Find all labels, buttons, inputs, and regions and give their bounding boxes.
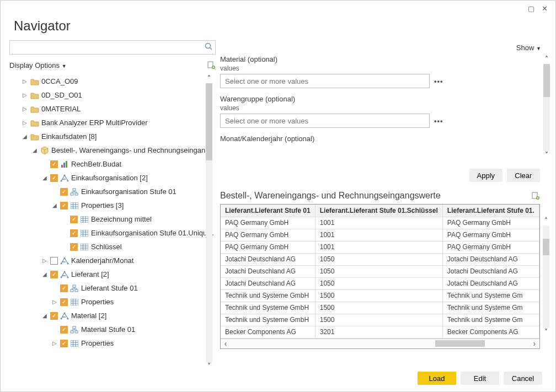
tree-item[interactable]: ▷Kalenderjahr/Monat [9, 254, 216, 267]
tree-item[interactable]: ▷✓Properties [9, 336, 216, 350]
maximize-button[interactable]: ▢ [525, 3, 538, 14]
tree-item[interactable]: ◢✓Einkaufsorganisation [2] [9, 171, 216, 185]
tree-item[interactable]: ▷0D_SD_O01 [9, 88, 216, 102]
tree-view[interactable]: ▷0CCA_O09▷0D_SD_O01▷0MATERIAL▷Bank Analy… [9, 74, 216, 371]
filter-values-input[interactable] [220, 74, 430, 88]
tree-item[interactable]: ▷Bank Analyzer ERP MultiProvider [9, 116, 216, 130]
checkbox[interactable]: ✓ [70, 229, 78, 237]
tree-item[interactable]: ◢✓Properties [3] [9, 198, 216, 212]
expand-toggle[interactable]: ▷ [51, 336, 58, 350]
checkbox[interactable]: ✓ [60, 340, 68, 347]
table-row[interactable]: Becker Components AG3201Becker Component… [221, 326, 539, 338]
preview-table[interactable]: Lieferant.Lieferant Stufe 01Lieferant.Li… [220, 204, 540, 349]
checkbox[interactable]: ✓ [60, 284, 68, 292]
search-icon[interactable] [205, 42, 212, 50]
table-row[interactable]: PAQ Germany GmbH1001PAQ Germany GmbH [221, 241, 539, 253]
table-cell: Jotachi Deutschland AG [442, 265, 539, 277]
checkbox[interactable]: ✓ [60, 188, 68, 196]
expand-toggle[interactable]: ▷ [41, 254, 48, 267]
checkbox[interactable]: ✓ [60, 202, 68, 210]
table-row[interactable]: Jotachi Deutschland AG1050Jotachi Deutsc… [221, 253, 539, 265]
clear-button[interactable]: Clear [507, 169, 540, 182]
checkbox[interactable]: ✓ [50, 174, 58, 182]
tree-item-label: 0CCA_O09 [41, 74, 216, 88]
scroll-up-arrow[interactable]: ˄ [205, 74, 213, 83]
checkbox[interactable]: ✓ [50, 160, 58, 168]
tree-item[interactable]: ✓RechBetr.Budat [9, 157, 216, 171]
display-options-dropdown[interactable]: Display Options ▼ [9, 61, 67, 69]
column-header[interactable]: Lieferant.Lieferant Stufe 01. [442, 205, 539, 217]
tree-item[interactable]: ✓Lieferant Stufe 01 [9, 281, 216, 295]
scroll-down-arrow[interactable]: ˅ [205, 362, 213, 371]
checkbox[interactable]: ✓ [50, 271, 58, 278]
checkbox[interactable]: ✓ [70, 243, 78, 251]
apply-button[interactable]: Apply [469, 169, 502, 182]
table-row[interactable]: PAQ Germany GmbH1001PAQ Germany GmbH [221, 217, 539, 229]
table-row[interactable]: Jotachi Deutschland AG1050Jotachi Deutsc… [221, 277, 539, 289]
load-button[interactable]: Load [418, 372, 456, 385]
search-input[interactable] [9, 40, 216, 55]
expand-toggle[interactable]: ◢ [41, 267, 48, 281]
tree-item[interactable]: ✓Material Stufe 01 [9, 323, 216, 336]
column-header[interactable]: Lieferant.Lieferant Stufe 01.Schlüssel [315, 205, 442, 217]
h-scroll-thumb[interactable] [435, 340, 485, 347]
checkbox[interactable] [50, 257, 58, 265]
table-row[interactable]: Jotachi Deutschland AG1050Jotachi Deutsc… [221, 265, 539, 277]
checkbox[interactable]: ✓ [50, 312, 58, 320]
expand-toggle[interactable]: ◢ [41, 309, 48, 323]
table-scroll-up[interactable]: ˄ [542, 217, 550, 225]
tree-item[interactable]: ✓Schlüssel [9, 240, 216, 254]
expand-toggle[interactable]: ▷ [22, 74, 28, 88]
checkbox[interactable]: ✓ [70, 216, 78, 223]
column-header[interactable]: Lieferant.Lieferant Stufe 01 [221, 205, 315, 217]
checkbox[interactable]: ✓ [60, 298, 68, 306]
filter-scroll-down[interactable]: ˅ [542, 151, 551, 160]
expand-toggle[interactable]: ▷ [22, 102, 28, 116]
expand-toggle[interactable]: ◢ [51, 198, 58, 212]
refresh-icon[interactable] [207, 61, 216, 69]
svg-rect-18 [81, 216, 88, 223]
table-row[interactable]: PAQ Germany GmbH1001PAQ Germany GmbH [221, 229, 539, 241]
tree-item[interactable]: ✓Einkaufsorganisation Stufe 01.UniqueNa.… [9, 226, 216, 240]
expand-toggle[interactable]: ◢ [31, 143, 38, 157]
expand-toggle[interactable]: ▷ [22, 88, 28, 102]
expand-toggle[interactable]: ◢ [41, 171, 48, 185]
edit-button[interactable]: Edit [461, 372, 499, 385]
refresh-preview-icon[interactable] [531, 191, 540, 200]
expand-toggle[interactable]: ▷ [51, 295, 58, 309]
folder-icon [30, 91, 39, 100]
h-scroll-left[interactable]: ‹ [221, 339, 231, 348]
tree-item[interactable]: ◢✓Lieferant [2] [9, 267, 216, 281]
tree-item[interactable]: ◢Bestell-, Wareneingangs- und Rechnungse… [9, 143, 216, 157]
filter-values-input[interactable] [220, 114, 430, 128]
tree-item[interactable]: ◢✓Material [2] [9, 309, 216, 323]
folder-icon [30, 119, 39, 127]
svg-point-9 [67, 180, 69, 181]
hier-icon [70, 187, 79, 196]
table-cell: Becker Components AG [221, 326, 315, 338]
cancel-button[interactable]: Cancel [504, 372, 542, 385]
table-row[interactable]: Technik und Systeme GmbH1500Technik und … [221, 314, 539, 326]
close-button[interactable]: ✕ [538, 3, 551, 14]
table-scroll-down[interactable]: ˅ [542, 328, 550, 337]
chart-icon [60, 160, 69, 169]
tree-item[interactable]: ✓Bezeichnung mittel [9, 212, 216, 226]
h-scroll-right[interactable]: › [530, 339, 539, 348]
tree-item-label: Material [2] [71, 309, 216, 323]
expand-toggle[interactable]: ◢ [22, 130, 28, 143]
checkbox[interactable]: ✓ [60, 326, 68, 334]
filter-scroll-up[interactable]: ˄ [542, 55, 551, 64]
expand-toggle[interactable]: ▷ [22, 116, 28, 130]
tree-item[interactable]: ◢Einkaufsdaten [8] [9, 130, 216, 143]
browse-values-button[interactable]: ••• [434, 117, 443, 125]
table-row[interactable]: Technik und Systeme GmbH1500Technik und … [221, 289, 539, 302]
svg-point-34 [64, 257, 66, 259]
tree-item[interactable]: ▷0MATERIAL [9, 102, 216, 116]
tree-item[interactable]: ✓Einkaufsorganisation Stufe 01 [9, 185, 216, 198]
browse-values-button[interactable]: ••• [434, 77, 443, 85]
show-dropdown[interactable]: Show ▼ [516, 44, 541, 52]
table-row[interactable]: Technik und Systeme GmbH1500Technik und … [221, 302, 539, 314]
tree-item[interactable]: ▷✓Properties [9, 295, 216, 309]
tree-item[interactable]: ▷0CCA_O09 [9, 74, 216, 88]
table-cell: 1050 [315, 265, 442, 277]
